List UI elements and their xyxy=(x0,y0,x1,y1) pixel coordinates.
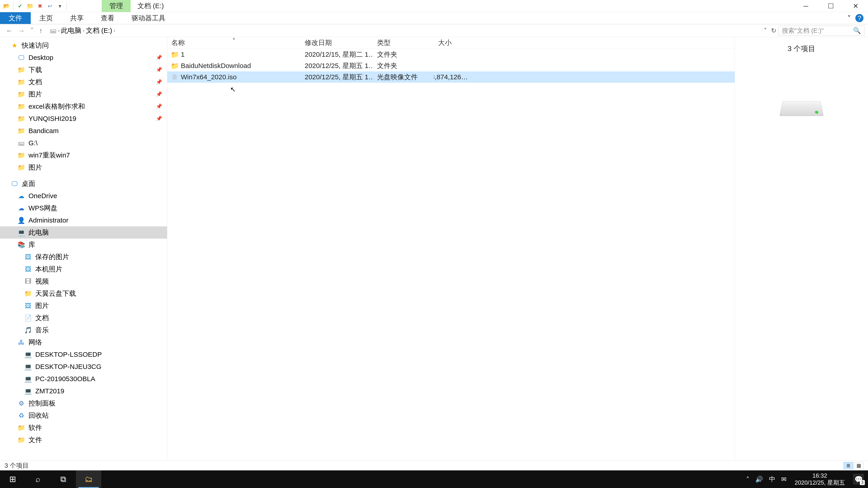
taskbar-search[interactable]: ⌕ xyxy=(25,470,51,488)
breadcrumb-bar[interactable]: › 此电脑 › 文档 (E:) › xyxy=(47,26,762,36)
tree-label: 网络 xyxy=(29,338,42,347)
control-panel-icon xyxy=(18,400,25,407)
tree-item[interactable]: WPS网盘 xyxy=(0,202,167,214)
tree-qa-item[interactable]: 图片📌 xyxy=(0,88,167,100)
file-row[interactable]: BaiduNetdiskDownload 2020/12/25, 星期五 1… … xyxy=(167,60,735,71)
tree-qa-item[interactable]: Bandicam xyxy=(0,125,167,137)
tree-quick-access[interactable]: 快速访问 xyxy=(0,39,167,52)
ribbon-tab-drive-tools[interactable]: 驱动器工具 xyxy=(123,12,174,24)
column-header-size[interactable]: 大小 xyxy=(434,37,470,48)
ribbon-tab-share[interactable]: 共享 xyxy=(61,12,92,24)
tray-mail-icon[interactable]: ✉ xyxy=(781,476,786,483)
tree-item[interactable]: 控制面板 xyxy=(0,397,167,410)
tree-label: G:\ xyxy=(29,139,37,147)
tree-desktop[interactable]: 桌面 xyxy=(0,177,167,190)
user-icon xyxy=(18,217,25,224)
folder-icon xyxy=(18,78,25,86)
tree-item[interactable]: 保存的图片 xyxy=(0,251,167,263)
column-header-name[interactable]: 名称 ▴ xyxy=(167,37,301,48)
tree-item[interactable]: 天翼云盘下载 xyxy=(0,287,167,300)
column-header-date[interactable]: 修改日期 xyxy=(301,37,373,48)
tree-item[interactable]: 文档 xyxy=(0,312,167,324)
tray-ime-indicator[interactable]: 中 xyxy=(769,475,775,484)
close-button[interactable]: ✕ xyxy=(843,0,868,12)
minimize-button[interactable]: ─ xyxy=(794,0,818,12)
ribbon-tab-file[interactable]: 文件 xyxy=(0,12,31,24)
file-name: Win7x64_2020.iso xyxy=(181,73,237,81)
view-details-button[interactable]: ≣ xyxy=(844,462,853,469)
tree-this-pc[interactable]: 此电脑 xyxy=(0,226,167,238)
tree-label: 保存的图片 xyxy=(35,252,69,262)
column-header-type[interactable]: 类型 xyxy=(373,37,434,48)
tree-qa-item[interactable]: YUNQISHI2019📌 xyxy=(0,112,167,125)
tree-label: Administrator xyxy=(29,217,68,224)
preview-item-count: 3 个项目 xyxy=(787,44,815,54)
tree-item[interactable]: 文件 xyxy=(0,434,167,446)
tray-overflow-icon[interactable]: ˄ xyxy=(746,476,749,483)
qat-app-icon[interactable]: 📂 xyxy=(2,1,11,11)
ribbon-expand-icon[interactable]: ˅ xyxy=(847,14,851,22)
folder-icon xyxy=(18,127,25,134)
chevron-right-icon[interactable]: › xyxy=(83,28,84,34)
tree-item[interactable]: OneDrive xyxy=(0,190,167,202)
qat-new-folder-icon[interactable]: 📁 xyxy=(25,1,35,11)
refresh-icon[interactable] xyxy=(771,27,776,34)
tree-item[interactable]: 软件 xyxy=(0,422,167,434)
help-icon[interactable]: ? xyxy=(855,14,864,22)
taskbar-clock[interactable]: 16:32 2020/12/25, 星期五 xyxy=(792,472,847,486)
nav-up-button[interactable]: ↑ xyxy=(39,27,42,35)
nav-back-button[interactable]: ← xyxy=(6,27,13,35)
task-view-button[interactable]: ⧉ xyxy=(51,470,76,488)
qat-undo-icon[interactable]: ↩︎ xyxy=(45,1,55,11)
search-icon[interactable] xyxy=(853,27,861,34)
qat-customize-icon[interactable]: ▾ xyxy=(55,1,65,11)
nav-recent-button[interactable]: ˅ xyxy=(30,27,34,35)
tree-qa-item[interactable]: 文档📌 xyxy=(0,76,167,88)
folder-icon xyxy=(18,152,25,159)
folder-icon xyxy=(18,66,25,73)
ribbon-tab-home[interactable]: 主页 xyxy=(31,12,61,24)
file-row[interactable]: 1 2020/12/15, 星期二 1… 文件夹 xyxy=(167,49,735,60)
tree-qa-item[interactable]: excel表格制作求和📌 xyxy=(0,100,167,112)
tree-item[interactable]: PC-20190530OBLA xyxy=(0,373,167,385)
tree-item[interactable]: ZMT2019 xyxy=(0,385,167,397)
tree-item[interactable]: 音乐 xyxy=(0,324,167,336)
taskbar-explorer[interactable]: 🗂 xyxy=(76,470,101,488)
pin-icon: 📌 xyxy=(156,116,162,122)
qat-properties-icon[interactable]: ✔ xyxy=(16,1,25,11)
navigation-tree[interactable]: 快速访问 Desktop📌 下载📌 文档📌 图片📌 excel表格制作求和📌 Y… xyxy=(0,37,167,460)
tree-item[interactable]: DESKTOP-LSSOEDP xyxy=(0,348,167,361)
tree-qa-item[interactable]: G:\ xyxy=(0,137,167,149)
tree-qa-item[interactable]: Desktop📌 xyxy=(0,52,167,64)
address-dropdown-icon[interactable]: ˅ xyxy=(764,27,767,34)
breadcrumb-current[interactable]: 文档 (E:) xyxy=(86,26,112,35)
maximize-button[interactable]: ☐ xyxy=(818,0,843,12)
tree-qa-item[interactable]: 图片 xyxy=(0,161,167,173)
tray-volume-icon[interactable]: 🔊 xyxy=(755,476,763,483)
view-large-icons-button[interactable]: ▦ xyxy=(854,462,864,469)
column-label: 大小 xyxy=(438,38,452,47)
tree-item[interactable]: Administrator xyxy=(0,214,167,226)
tree-item[interactable]: 回收站 xyxy=(0,410,167,422)
file-row[interactable]: Win7x64_2020.iso 2020/12/25, 星期五 1… 光盘映像… xyxy=(167,71,735,83)
search-input[interactable]: 搜索"文档 (E:)" xyxy=(778,26,864,36)
tree-item[interactable]: DESKTOP-NJEU3CG xyxy=(0,361,167,373)
breadcrumb-this-pc[interactable]: 此电脑 xyxy=(61,26,81,35)
tree-item[interactable]: 视频 xyxy=(0,275,167,287)
chevron-right-icon[interactable]: › xyxy=(114,28,115,34)
qat-delete-icon[interactable]: ✖ xyxy=(35,1,45,11)
pin-icon: 📌 xyxy=(156,79,162,85)
action-center-button[interactable]: 💬3 xyxy=(853,474,864,485)
star-icon xyxy=(11,42,18,49)
tree-item[interactable]: 图片 xyxy=(0,300,167,312)
tree-network[interactable]: 网络 xyxy=(0,336,167,348)
tree-qa-item[interactable]: 下载📌 xyxy=(0,64,167,76)
chevron-right-icon[interactable]: › xyxy=(58,28,60,34)
tree-libraries[interactable]: 库 xyxy=(0,238,167,251)
ribbon-tab-view[interactable]: 查看 xyxy=(92,12,123,24)
start-button[interactable]: ⊞ xyxy=(0,470,25,488)
tree-item[interactable]: 本机照片 xyxy=(0,263,167,275)
title-bar: 📂 ✔ 📁 ✖ ↩︎ ▾ 管理 文档 (E:) ─ ☐ ✕ xyxy=(0,0,868,12)
nav-forward-button[interactable]: → xyxy=(18,27,25,35)
tree-qa-item[interactable]: win7重装win7 xyxy=(0,149,167,161)
